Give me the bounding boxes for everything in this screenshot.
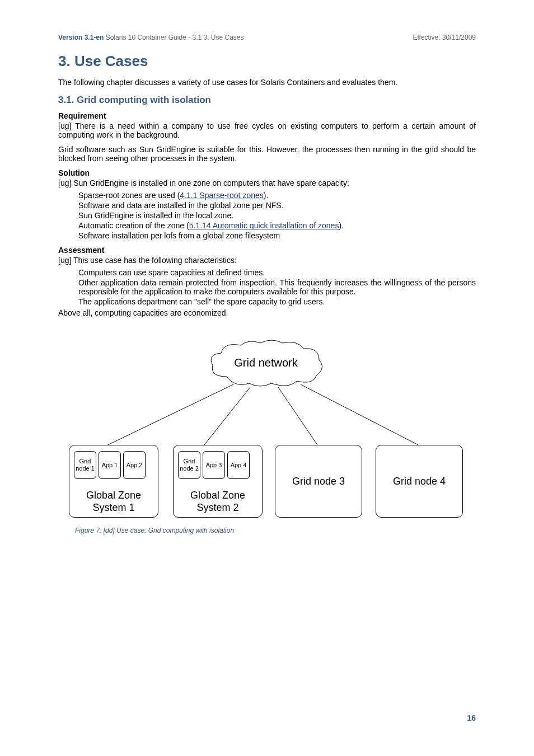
- solution-item: Software installation per lofs from a gl…: [78, 231, 476, 240]
- solution-item: Sun GridEngine is installed in the local…: [78, 211, 476, 220]
- intro-text: The following chapter discusses a variet…: [58, 78, 476, 87]
- requirement-body: [ug] There is a need within a company to…: [58, 121, 476, 139]
- assessment-heading: Assessment: [58, 246, 476, 255]
- solution-item: Software and data are installed in the g…: [78, 201, 476, 210]
- solution-item: Automatic creation of the zone (5.1.14 A…: [78, 221, 476, 230]
- figure-caption: Figure 7: [dd] Use case: Grid computing …: [75, 527, 476, 534]
- section-heading: 3.1. Grid computing with isolation: [58, 95, 476, 106]
- figure: Grid network Grid node 1 App 1 App 2 Glo…: [58, 334, 476, 534]
- assessment-tail: Above all, computing capacities are econ…: [58, 308, 476, 317]
- app-3-box: App 3: [203, 451, 225, 479]
- grid-node-3-box: Grid node 3: [275, 445, 362, 518]
- app-1-box: App 1: [99, 451, 121, 479]
- header-left: Version 3.1-en Solaris 10 Container Guid…: [58, 34, 244, 41]
- solution-item-post: ).: [264, 191, 269, 200]
- svg-line-0: [96, 384, 233, 450]
- global-zone-system-2: Grid node 2 App 3 App 4 Global Zone Syst…: [173, 445, 263, 518]
- header: Version 3.1-en Solaris 10 Container Guid…: [58, 34, 476, 41]
- requirement-heading: Requirement: [58, 111, 476, 120]
- system-1-label-line1: Global Zone: [86, 490, 141, 501]
- assessment-item: Other application data remain protected …: [78, 278, 476, 296]
- auto-install-zones-link[interactable]: 5.1.14 Automatic quick installation of z…: [189, 221, 339, 230]
- svg-line-3: [301, 384, 418, 445]
- solution-item-text: Automatic creation of the zone (: [78, 221, 189, 230]
- sparse-root-zones-link[interactable]: 4.1.1 Sparse-root zones: [180, 191, 263, 200]
- solution-heading: Solution: [58, 168, 476, 177]
- svg-line-2: [278, 387, 317, 445]
- system-2-label-line1: Global Zone: [190, 490, 245, 501]
- grid-node-1-box: Grid node 1: [74, 451, 96, 479]
- app-4-box: App 4: [227, 451, 250, 479]
- solution-item: Sparse-root zones are used (4.1.1 Sparse…: [78, 191, 476, 200]
- assessment-item: The applications department can "sell" t…: [78, 297, 476, 306]
- requirement-body-2: Grid software such as Sun GridEngine is …: [58, 145, 476, 163]
- grid-node-2-box: Grid node 2: [178, 451, 200, 479]
- solution-item-text: Sparse-root zones are used (: [78, 191, 180, 200]
- page-title: 3. Use Cases: [58, 53, 476, 70]
- global-zone-system-1: Grid node 1 App 1 App 2 Global Zone Syst…: [69, 445, 158, 518]
- cloud: Grid network: [204, 337, 327, 388]
- system-2-label-line2: System 2: [196, 502, 238, 513]
- effective-date: Effective: 30/11/2009: [413, 34, 476, 41]
- diagram: Grid network Grid node 1 App 1 App 2 Glo…: [65, 334, 469, 524]
- system-1-label-line2: System 1: [92, 502, 134, 513]
- assessment-item: Computers can use spare capacities at de…: [78, 268, 476, 277]
- app-2-box: App 2: [123, 451, 146, 479]
- solution-item-post: ).: [339, 221, 344, 230]
- grid-node-4-box: Grid node 4: [376, 445, 463, 518]
- breadcrumb: Solaris 10 Container Guide - 3.1 3. Use …: [104, 34, 243, 41]
- version-label: Version 3.1-en: [58, 34, 104, 41]
- solution-intro: [ug] Sun GridEngine is installed in one …: [58, 179, 476, 187]
- assessment-intro: [ug] This use case has the following cha…: [58, 256, 476, 265]
- page-number: 16: [467, 713, 476, 722]
- cloud-label: Grid network: [204, 356, 327, 369]
